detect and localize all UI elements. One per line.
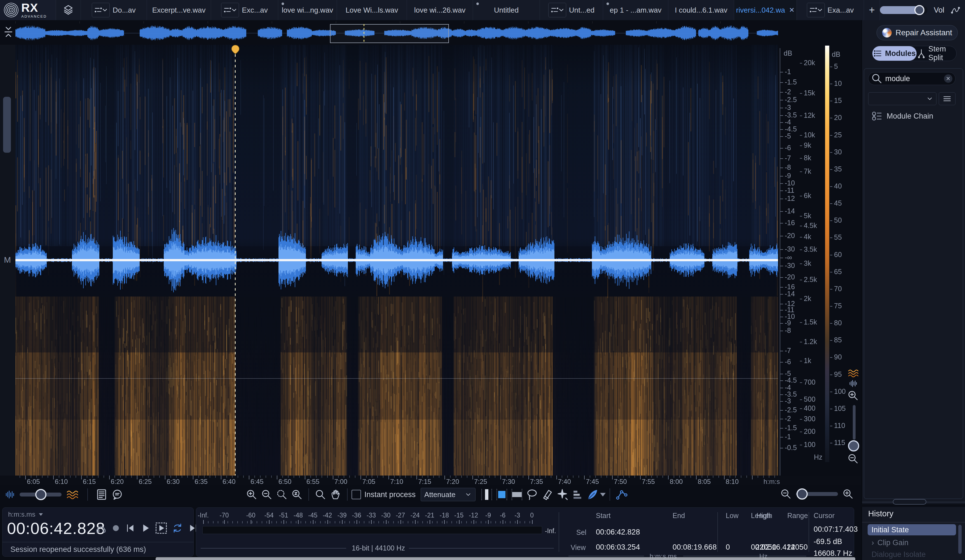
horizontal-zoom-slider[interactable]: [796, 492, 838, 496]
history-item-0[interactable]: Initial State: [868, 524, 956, 536]
time-format-label[interactable]: h:m:s.ms: [8, 511, 35, 518]
history-item-1[interactable]: ›Clip Gain: [868, 537, 956, 548]
rx-app-window: RX ADVANCED Do...avExcerpt...ve.wavExc..…: [0, 0, 965, 560]
close-tab-icon[interactable]: ✕: [789, 6, 795, 14]
tab-group-icon[interactable]: [807, 3, 825, 17]
file-tab-6[interactable]: Untitled: [473, 0, 540, 20]
playhead-pin-icon[interactable]: [231, 45, 240, 54]
view-start-value[interactable]: 00:06:03.254: [596, 543, 640, 552]
zoom-out-horizontal-icon[interactable]: [780, 488, 792, 500]
time-format-caret-icon[interactable]: [39, 513, 43, 516]
tab-overview-button[interactable]: [56, 0, 81, 20]
time-ruler[interactable]: h:m:s 6:056:106:156:206:256:306:356:406:…: [0, 475, 862, 485]
channel-label[interactable]: M: [4, 255, 11, 264]
freq-scale-unit: Hz: [814, 454, 823, 461]
tab-group-icon[interactable]: [548, 3, 566, 17]
overview-view-rectangle[interactable]: [330, 24, 449, 43]
volume-knob[interactable]: [914, 5, 924, 15]
play-icon[interactable]: [140, 523, 151, 534]
repair-assistant-button[interactable]: Repair Assistant: [877, 25, 958, 40]
waveform-view-icon[interactable]: [848, 379, 859, 388]
file-tab-8[interactable]: ep 1 - ...am.wav: [603, 0, 668, 20]
file-tab-4[interactable]: Love Wi...ls.wav: [337, 0, 407, 20]
tab-stem-split[interactable]: Stem Split: [917, 46, 956, 61]
clear-search-icon[interactable]: ✕: [944, 74, 952, 83]
file-tab-10[interactable]: riversi...042.wa✕: [734, 0, 797, 20]
view-end-value[interactable]: 00:08:19.668: [672, 543, 717, 552]
signal-flow-icon[interactable]: [950, 5, 960, 15]
signal-chain-icon[interactable]: [615, 488, 628, 501]
freq-low-value[interactable]: 0: [726, 543, 730, 552]
module-list-container: module ✕ Module Chain: [864, 68, 963, 499]
spectrogram-canvas[interactable]: [15, 45, 778, 475]
comments-icon[interactable]: [111, 489, 123, 500]
vertical-zoom-slider[interactable]: [853, 405, 855, 440]
volume-slider[interactable]: [880, 6, 927, 14]
file-tab-label: Exc...av: [242, 6, 268, 15]
playhead-time-display[interactable]: 00:06:42.828: [7, 519, 105, 538]
loop-icon[interactable]: [172, 522, 183, 534]
freq-high-value[interactable]: 22050: [756, 543, 776, 552]
history-scrollbar[interactable]: [958, 525, 962, 554]
zoom-to-selection-icon[interactable]: [275, 488, 289, 501]
zoom-in-horizontal-icon[interactable]: [842, 488, 854, 500]
tab-group-icon[interactable]: [92, 3, 110, 17]
module-search-input[interactable]: module ✕: [868, 72, 955, 85]
list-options-button[interactable]: [939, 92, 955, 105]
hand-tool-icon[interactable]: [329, 488, 342, 501]
file-tab-label: love wi...ng.wav: [282, 6, 333, 15]
frequency-selection-tool[interactable]: [510, 488, 523, 501]
horizontal-zoom-knob[interactable]: [797, 488, 808, 500]
file-tab-11[interactable]: Exa...av: [797, 0, 864, 20]
scale-tick-label: -11: [785, 306, 794, 313]
play-selection-icon[interactable]: [155, 522, 167, 534]
history-item-2[interactable]: Dialogue Isolate: [868, 549, 956, 560]
brush-selection-icon[interactable]: [540, 488, 554, 501]
tab-modules[interactable]: Modules: [872, 46, 917, 61]
spectrogram-view-icon[interactable]: [847, 368, 860, 378]
time-frequency-selection-tool[interactable]: [495, 488, 509, 501]
time-selection-tool[interactable]: [480, 488, 494, 501]
zoom-in-icon[interactable]: [245, 488, 258, 501]
sel-start-value[interactable]: 00:06:42.828: [596, 528, 640, 537]
record-icon[interactable]: [111, 523, 121, 533]
file-tab-0[interactable]: Do...av: [81, 0, 147, 20]
file-tab-3[interactable]: love wi...ng.wav: [278, 0, 337, 20]
process-mode-select[interactable]: Attenuate: [420, 488, 476, 501]
vertical-scrollbar-thumb[interactable]: [3, 97, 11, 153]
file-tab-5[interactable]: love wi...26.wav: [407, 0, 473, 20]
zoom-out-vertical-icon[interactable]: [847, 453, 859, 464]
display-blend-knob[interactable]: [35, 489, 46, 500]
lasso-selection-icon[interactable]: [525, 488, 539, 501]
monitor-headphones-icon[interactable]: [95, 522, 106, 534]
zoom-in-vertical-icon[interactable]: [847, 390, 859, 401]
magnify-tool-icon[interactable]: [314, 488, 327, 501]
freq-range-value[interactable]: 22050: [787, 543, 808, 552]
add-tab-button[interactable]: +: [864, 0, 880, 20]
gain-levels-icon[interactable]: [571, 488, 584, 501]
vertical-zoom-knob[interactable]: [848, 440, 859, 451]
instant-process-checkbox[interactable]: [352, 490, 361, 499]
go-to-start-icon[interactable]: [125, 523, 136, 534]
tab-group-icon[interactable]: [221, 3, 239, 17]
display-blend-slider[interactable]: [20, 493, 62, 496]
file-tab-2[interactable]: Exc...av: [211, 0, 278, 20]
panel-resize-handle[interactable]: [893, 499, 926, 504]
category-select[interactable]: [868, 92, 936, 105]
collapse-overview-icon[interactable]: [2, 23, 15, 40]
file-tab-7[interactable]: Unt...ed: [540, 0, 603, 20]
zoom-out-icon[interactable]: [260, 488, 273, 501]
session-notes-icon[interactable]: [96, 489, 108, 500]
repair-assistant-label: Repair Assistant: [896, 28, 952, 37]
meter-scale-label: -39: [337, 512, 347, 519]
audio-format-info[interactable]: 16-bit | 44100 Hz: [352, 544, 405, 552]
file-tab-9[interactable]: I could...6.1.wav: [668, 0, 734, 20]
file-tab-1[interactable]: Excerpt...ve.wav: [147, 0, 211, 20]
zoom-reset-icon[interactable]: [290, 488, 304, 501]
module-list-item[interactable]: Module Chain: [872, 111, 933, 121]
magic-wand-icon[interactable]: [556, 488, 569, 501]
feather-icon[interactable]: [586, 488, 599, 501]
feather-caret-icon[interactable]: [600, 493, 606, 496]
scale-tick-label: -2.5: [785, 407, 797, 413]
file-tab-label: I could...6.1.wav: [675, 6, 728, 15]
